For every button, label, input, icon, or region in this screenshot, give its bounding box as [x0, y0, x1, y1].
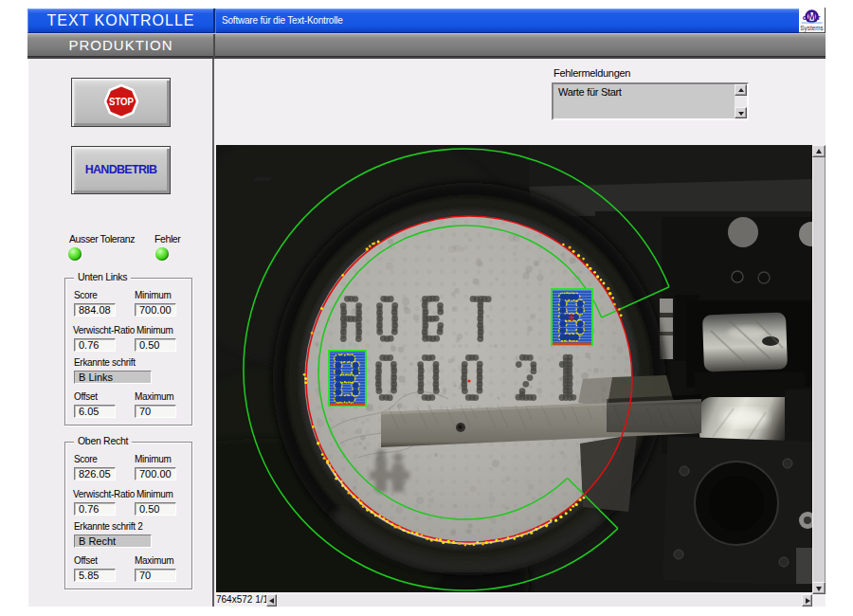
svg-text:M: M — [808, 10, 816, 22]
svg-text:STOP: STOP — [109, 95, 134, 107]
svg-text:r: r — [818, 13, 821, 22]
svg-text:Systems: Systems — [800, 25, 824, 32]
svg-text:www: www — [253, 174, 271, 183]
svg-text:c: c — [803, 13, 807, 22]
